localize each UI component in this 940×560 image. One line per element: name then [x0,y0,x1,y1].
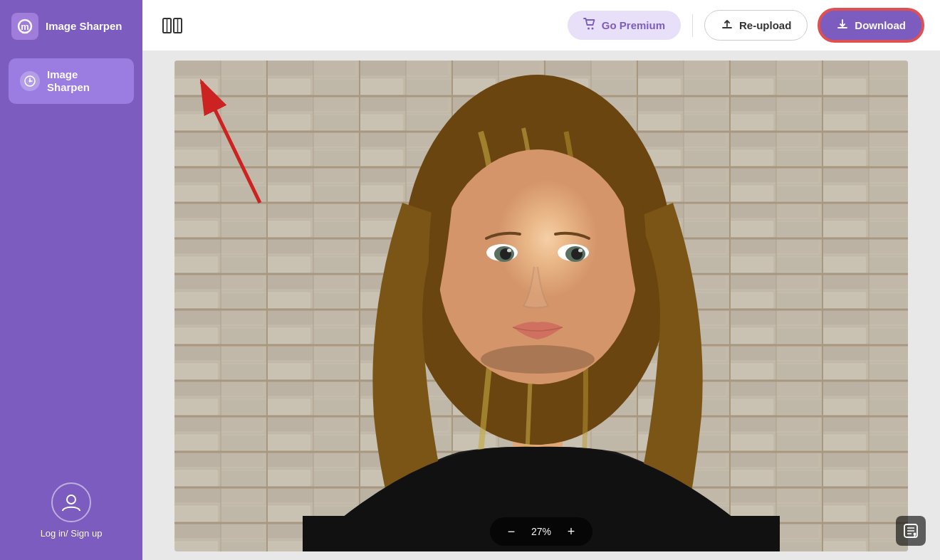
sidebar: m Image Sharpen ImageSharpen Log in/ Sig… [0,0,142,560]
user-avatar[interactable] [51,482,91,522]
go-premium-button[interactable]: Go Premium [568,11,681,40]
download-icon [836,18,849,33]
feedback-button[interactable] [896,516,926,546]
sidebar-item-label: ImageSharpen [47,68,90,94]
compare-button[interactable] [160,13,185,38]
topbar: Go Premium Re-upload Download [142,0,940,51]
svg-point-4 [67,495,75,504]
zoom-controls: − 27% + [490,517,592,546]
zoom-out-button[interactable]: − [503,523,520,540]
zoom-in-button[interactable]: + [563,523,580,540]
reupload-label: Re-upload [739,19,791,31]
canvas-area: − 27% + [142,51,940,560]
image-container [174,60,908,551]
svg-point-60 [578,248,583,252]
image-display [174,60,908,551]
zoom-value: 27% [528,526,554,537]
svg-point-3 [29,80,31,83]
reupload-button[interactable]: Re-upload [704,10,808,41]
svg-point-9 [588,28,590,30]
sidebar-bottom: Log in/ Sign up [41,482,103,539]
logo-text: Image Sharpen [46,20,122,33]
login-label[interactable]: Log in/ Sign up [41,528,103,539]
svg-point-59 [507,248,511,252]
svg-text:m: m [21,21,29,32]
reupload-icon [721,18,733,33]
cart-icon [583,18,596,33]
svg-point-62 [481,345,595,374]
download-label: Download [855,19,906,31]
image-sharpen-nav-icon [20,71,40,91]
logo-area: m Image Sharpen [0,0,142,53]
topbar-divider [692,14,693,37]
download-button[interactable]: Download [819,9,923,41]
svg-point-10 [591,28,593,30]
sidebar-item-image-sharpen[interactable]: ImageSharpen [9,58,134,104]
go-premium-label: Go Premium [602,19,665,31]
logo-icon: m [11,13,38,40]
nav-section: ImageSharpen [0,53,142,110]
main-content: Go Premium Re-upload Download [142,0,940,560]
